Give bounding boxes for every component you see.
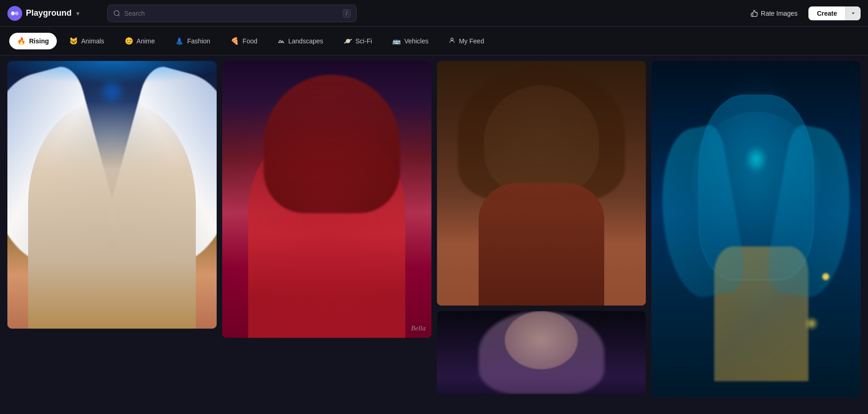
tab-rising[interactable]: 🔥 Rising — [9, 33, 57, 49]
tab-animals[interactable]: 🐱 Animals — [61, 33, 112, 49]
tab-food[interactable]: 🍕 Food — [223, 33, 265, 49]
animals-icon: 🐱 — [69, 37, 78, 45]
create-button-group: Create — [808, 6, 861, 20]
image-card-red-woman[interactable]: Bella — [222, 61, 431, 338]
app-logo-icon — [7, 6, 22, 21]
search-bar[interactable]: / — [107, 5, 357, 22]
tab-vehicles[interactable]: 🚌 Vehicles — [384, 33, 436, 49]
search-shortcut-badge: / — [343, 9, 351, 18]
myfeed-icon — [449, 37, 455, 45]
tab-vehicles-label: Vehicles — [404, 37, 428, 45]
header-actions: Rate Images Create — [745, 6, 861, 20]
tab-fashion[interactable]: 👗 Fashion — [167, 33, 218, 49]
food-icon: 🍕 — [231, 37, 239, 45]
rising-icon: 🔥 — [17, 37, 26, 45]
category-nav: 🔥 Rising 🐱 Animals 😊 Anime 👗 Fashion 🍕 F… — [0, 27, 868, 55]
svg-point-3 — [451, 38, 453, 40]
tab-animals-label: Animals — [81, 37, 104, 45]
logo-area[interactable]: Playground ▾ — [7, 6, 100, 21]
image-column-3 — [437, 61, 646, 398]
vehicles-icon: 🚌 — [392, 37, 401, 45]
tab-anime-label: Anime — [137, 37, 155, 45]
create-button[interactable]: Create — [808, 6, 845, 20]
svg-point-2 — [114, 11, 119, 16]
image-column-4 — [651, 61, 861, 398]
tab-myfeed-label: My Feed — [459, 37, 484, 45]
tab-landscapes-label: Landscapes — [288, 37, 323, 45]
anime-icon: 😊 — [125, 37, 134, 45]
landscapes-icon — [278, 36, 285, 45]
app-header: Playground ▾ / Rate Images Create — [0, 0, 868, 27]
main-content: Bella — [0, 55, 868, 414]
tab-landscapes[interactable]: Landscapes — [270, 32, 331, 49]
image-card-portrait[interactable] — [437, 61, 646, 306]
tab-food-label: Food — [243, 37, 257, 45]
image-column-1 — [7, 61, 217, 398]
chevron-down-icon — [850, 11, 856, 16]
tab-anime[interactable]: 😊 Anime — [117, 33, 163, 49]
tab-myfeed[interactable]: My Feed — [441, 33, 492, 49]
app-name: Playground — [26, 8, 72, 18]
image-card-dark-woman[interactable] — [437, 311, 646, 394]
svg-point-1 — [15, 11, 18, 15]
image-card-robot[interactable] — [651, 61, 861, 398]
tab-scifi[interactable]: 🪐 Sci-Fi — [336, 33, 380, 49]
fashion-icon: 👗 — [175, 37, 184, 45]
tab-scifi-label: Sci-Fi — [356, 37, 372, 45]
image-card-angel[interactable] — [7, 61, 217, 329]
scifi-icon: 🪐 — [344, 37, 352, 45]
search-icon — [113, 10, 121, 17]
svg-point-0 — [11, 11, 15, 15]
search-input[interactable] — [124, 10, 339, 17]
logo-chevron-icon: ▾ — [76, 10, 79, 17]
tab-rising-label: Rising — [29, 37, 49, 45]
image-column-2: Bella — [222, 61, 431, 398]
thumbsup-icon — [751, 10, 758, 17]
rate-images-button[interactable]: Rate Images — [745, 7, 803, 20]
create-dropdown-button[interactable] — [845, 6, 861, 20]
tab-fashion-label: Fashion — [187, 37, 210, 45]
rate-images-label: Rate Images — [761, 10, 797, 17]
image-grid: Bella — [7, 61, 861, 398]
